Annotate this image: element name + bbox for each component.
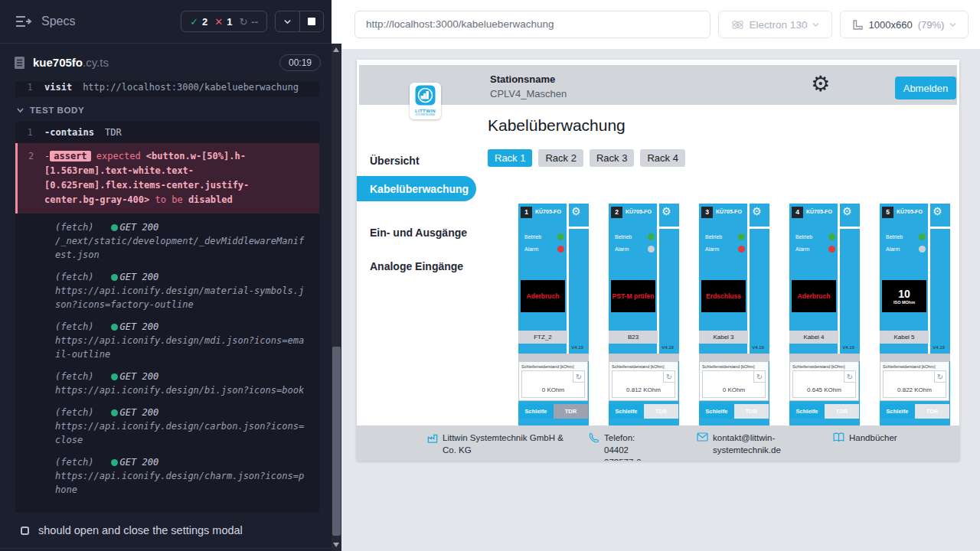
test-body-section[interactable]: TEST BODY: [0, 97, 332, 122]
viewport-select[interactable]: 1000x660 (79%): [840, 11, 969, 38]
rack-tab[interactable]: Rack 1: [488, 149, 532, 167]
logout-button[interactable]: Abmelden: [895, 77, 956, 99]
schleife-button[interactable]: Schleife: [518, 404, 554, 419]
card-settings-gear-icon[interactable]: ⚙: [933, 204, 942, 218]
schleife-button[interactable]: Schleife: [789, 404, 825, 419]
rack-tab[interactable]: Rack 3: [590, 149, 634, 167]
measurement-panel: Schleifenwiderstand [kOhm] ↻ 0 KOhm: [699, 361, 769, 401]
stop-button[interactable]: [299, 11, 323, 31]
status-text: Aderbruch: [527, 292, 560, 300]
card-buttons: Schleife TDR: [789, 404, 859, 419]
firmware-version: V4.19: [929, 345, 949, 350]
command-number: 1: [15, 126, 44, 139]
alarm-led-row: Alarm: [705, 246, 745, 253]
network-log-entry[interactable]: (fetch) GET 200 https://api.iconify.desi…: [55, 370, 319, 397]
cable-name: Kabel 5: [880, 331, 929, 344]
sidebar-item[interactable]: Analoge Eingänge: [357, 253, 485, 279]
card-buttons: Schleife TDR: [518, 404, 588, 419]
refresh-icon[interactable]: ↻: [663, 371, 675, 383]
rack-tab[interactable]: Rack 4: [640, 149, 684, 167]
scrolled-command[interactable]: 1 visithttp://localhost:3000/kabelueberw…: [15, 81, 319, 97]
betrieb-led: [557, 233, 564, 240]
assert-message: -assert expected <button.w-[50%].h-[1.56…: [44, 149, 299, 207]
schleife-button[interactable]: Schleife: [699, 404, 734, 419]
fetch-label: (fetch): [55, 270, 94, 284]
chevron-down-icon: [17, 107, 24, 114]
network-log-entry[interactable]: (fetch) GET 200 https://api.iconify.desi…: [55, 406, 319, 447]
card-buttons: Schleife TDR: [609, 404, 678, 419]
card-buttons: Schleife TDR: [699, 404, 769, 419]
tdr-button[interactable]: TDR: [734, 404, 769, 419]
card-divider-line: [840, 227, 860, 229]
status-text: PST-M prüfen: [612, 292, 655, 300]
schleife-button[interactable]: Schleife: [880, 404, 915, 419]
footer-manuals[interactable]: Handbücher: [833, 432, 897, 444]
sidebar-item[interactable]: Übersicht: [357, 148, 485, 173]
scroll-up-arrow[interactable]: [333, 47, 339, 52]
reporter-scrollbar[interactable]: [332, 44, 341, 551]
littwin-logo: LITTWIN SYSTEMTECHNIK: [410, 83, 441, 119]
status-dot: [111, 274, 118, 281]
card-section-divider: [699, 354, 769, 361]
tdr-button[interactable]: TDR: [825, 404, 859, 419]
measurement-value: 0.645 KOhm: [793, 386, 855, 393]
app-header: Stationsname CPLV4_Maschen ⚙ Abmelden: [359, 65, 957, 105]
tdr-button[interactable]: TDR: [554, 404, 588, 419]
sidebar-item[interactable]: Ein- und Ausgänge: [357, 220, 485, 245]
refresh-icon[interactable]: ↻: [844, 371, 855, 383]
settings-gear-icon[interactable]: ⚙: [811, 72, 830, 96]
betrieb-led-row: Betrieb: [615, 233, 655, 240]
card-number: 2: [611, 207, 622, 218]
measurement-panel: Schleifenwiderstand [kOhm] ↻ 0.645 KOhm: [789, 361, 859, 401]
url-input[interactable]: http://localhost:3000/kabelueberwachung: [354, 11, 710, 38]
tdr-button[interactable]: TDR: [644, 404, 678, 419]
network-log-entry[interactable]: (fetch) GET 200 /_next/static/developmen…: [55, 220, 319, 262]
email-icon: [697, 432, 708, 442]
card-settings-gear-icon[interactable]: ⚙: [752, 204, 762, 218]
card-model: KÜ705-FO: [897, 209, 923, 214]
schleife-button[interactable]: Schleife: [609, 404, 644, 419]
network-log-entry[interactable]: (fetch) GET 200 https://api.iconify.desi…: [55, 270, 319, 311]
fetch-url: https://api.iconify.design/material-symb…: [55, 284, 309, 311]
card-settings-gear-icon[interactable]: ⚙: [571, 204, 581, 218]
command-contains[interactable]: 1 -containsTDR: [15, 122, 319, 143]
refresh-icon[interactable]: ↻: [753, 371, 765, 383]
test-stats: ✓2 ✕1 ↻--: [181, 11, 267, 32]
failed-assert[interactable]: 2 -assert expected <button.w-[50%].h-[1.…: [15, 143, 319, 214]
fetch-status: GET 200: [120, 270, 159, 284]
card-settings-gear-icon[interactable]: ⚙: [842, 204, 852, 218]
check-icon: ✓: [190, 16, 198, 28]
stop-icon: [308, 18, 315, 25]
rack-tab[interactable]: Rack 2: [538, 149, 583, 167]
card-divider-line: [659, 227, 679, 229]
network-log-entry[interactable]: (fetch) GET 200 https://api.iconify.desi…: [55, 455, 319, 497]
chevron-down-icon: [949, 21, 956, 28]
pending-test-row[interactable]: should open and close the settings modal: [0, 513, 332, 549]
betrieb-led-row: Betrieb: [524, 233, 564, 240]
status-value: 10: [898, 289, 910, 300]
page-title: Kabelüberwachung: [488, 116, 626, 135]
refresh-icon[interactable]: ↻: [573, 371, 584, 383]
sidebar-item[interactable]: Kabelüberwachung: [357, 176, 476, 201]
network-log-entry[interactable]: (fetch) GET 200 https://api.iconify.desi…: [55, 320, 319, 361]
spec-ext: .cy.ts: [83, 56, 109, 69]
fetch-status: GET 200: [120, 220, 159, 234]
refresh-icon[interactable]: ↻: [934, 371, 946, 383]
spec-file-row[interactable]: kue705fo.cy.ts 00:19: [0, 44, 332, 81]
card-settings-gear-icon[interactable]: ⚙: [662, 204, 671, 218]
tdr-button[interactable]: TDR: [915, 404, 949, 419]
measurement-box: ↻ 0 KOhm: [521, 370, 585, 398]
fetch-url: https://api.iconify.design/carbon.json?i…: [55, 419, 309, 447]
refresh-icon: ↻: [239, 16, 247, 28]
scrollbar-thumb[interactable]: [332, 347, 341, 536]
spec-timer: 00:19: [279, 54, 321, 71]
fetch-status: GET 200: [120, 455, 159, 469]
betrieb-led: [648, 233, 655, 240]
specs-title[interactable]: Specs: [41, 15, 75, 28]
fetch-label: (fetch): [55, 220, 94, 234]
specs-list-icon[interactable]: [15, 15, 32, 28]
firmware-version: V4.19: [567, 345, 587, 350]
scroll-down-arrow[interactable]: [333, 543, 339, 547]
browser-select[interactable]: Electron 130: [718, 11, 832, 38]
collapse-all-button[interactable]: [276, 11, 299, 31]
